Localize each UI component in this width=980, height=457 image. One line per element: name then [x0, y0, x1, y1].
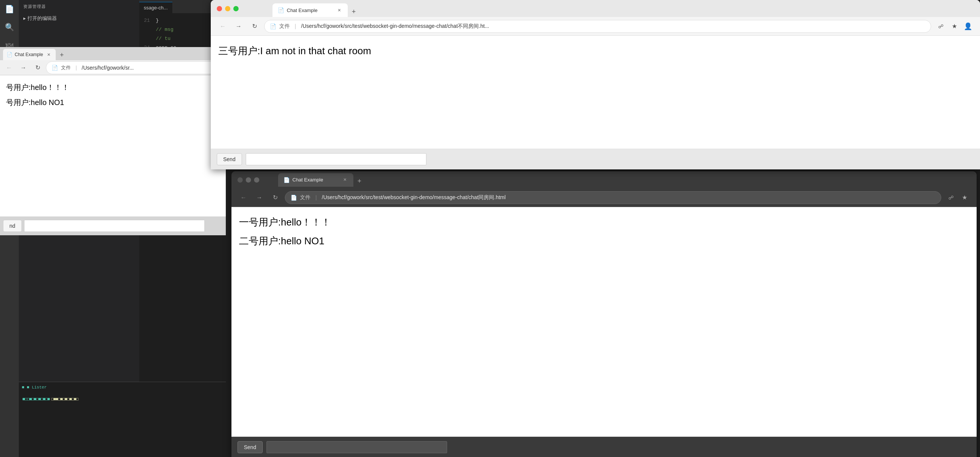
browser-left-nav: ← → ↻ 📄 文件 ｜ /Users/hcf/gowork/sr...	[0, 60, 226, 75]
profile-icon-top[interactable]: 👤	[962, 20, 974, 32]
browser-tab-top-active[interactable]: 📄 Chat Example ✕	[272, 3, 348, 17]
browser-left-tab-chat[interactable]: 📄 Chat Example ✕	[3, 49, 56, 60]
tab-favicon-bottom-icon: 📄	[283, 177, 290, 183]
line-number	[142, 35, 150, 43]
browser-left-back-btn[interactable]: ←	[3, 62, 15, 74]
browser-bottom-reload-btn[interactable]: ↻	[269, 192, 281, 204]
browser-bottom-tab-close[interactable]: ✕	[341, 177, 348, 183]
browser-bottom-url: /Users/hcf/gowork/src/test/websocket-gin…	[322, 194, 506, 201]
sidebar-files-icon[interactable]: 📄	[4, 4, 15, 14]
open-editors-label: ▸ 打开的编辑器	[23, 15, 57, 22]
sidebar-search-icon[interactable]: 🔍	[4, 22, 15, 32]
browser-top-forward-btn[interactable]: →	[232, 20, 245, 32]
browser-bottom-tabs-bar: 📄 Chat Example ✕ +	[263, 173, 970, 187]
browser-top-reload-btn[interactable]: ↻	[248, 20, 261, 32]
browser-top-back-btn[interactable]: ←	[217, 20, 229, 32]
browser-left-address-bar[interactable]: 📄 文件 ｜ /Users/hcf/gowork/sr...	[46, 61, 223, 74]
open-editors-item[interactable]: ▸ 打开的编辑器	[19, 13, 139, 24]
browser-nav-bar-top: ← → ↻ 📄 文件 ｜ /Users/hcf/gowork/src/test/…	[211, 17, 980, 36]
browser-top-url: /Users/hcf/gowork/src/test/websocket-gin…	[301, 23, 926, 30]
explorer-header: 资源管理器	[19, 0, 139, 13]
browser-top-address-bar[interactable]: 📄 文件 ｜ /Users/hcf/gowork/src/test/websoc…	[264, 20, 931, 33]
browser-bottom-forward-btn[interactable]: →	[253, 192, 265, 204]
browser-bottom-new-tab-btn[interactable]: +	[354, 176, 365, 187]
traffic-light-yellow[interactable]	[225, 6, 230, 11]
browser-top-tab-title: Chat Example	[287, 8, 332, 13]
browser-doc-icon: 📄	[7, 52, 13, 57]
separator: ｜	[74, 64, 79, 71]
browser-left-footer: nd	[0, 217, 226, 235]
terminal-content: ■ ■ Lister	[19, 382, 226, 393]
browser-window-top: 📄 Chat Example ✕ + ← → ↻ 📄 文件 ｜ /Users/h…	[211, 0, 980, 169]
editor-tab-label: ssage-ch...	[144, 5, 168, 11]
bookmark-icon-top[interactable]: ★	[948, 20, 961, 32]
browser-window-left: 📄 Chat Example ✕ + ← → ↻ 📄 文件 ｜ /Users/h…	[0, 47, 226, 235]
file-label: 文件	[61, 64, 71, 71]
file-icon-bottom: 📄	[291, 194, 297, 201]
terminal-pixel-art: ■□□■□■□■□■□■ □■■□■□■□■□■□	[22, 397, 211, 449]
browser-left-content: 号用户:hello！！！ 号用户:hello NO1	[0, 75, 226, 217]
traffic-light-yellow-bottom[interactable]	[246, 177, 251, 183]
browser-left-tab-close[interactable]: ✕	[45, 51, 52, 58]
browser-bottom-address-bar[interactable]: 📄 文件 ｜ /Users/hcf/gowork/src/test/websoc…	[285, 191, 941, 204]
browser-top-tab-close[interactable]: ✕	[336, 7, 342, 14]
browser-left-message-input[interactable]	[24, 220, 205, 232]
browser-bottom-message-1: 一号用户:hello！！！	[239, 215, 969, 230]
nav-actions-top: ☍ ★ 👤	[935, 20, 974, 32]
traffic-light-red[interactable]	[217, 6, 222, 11]
browser-left-reload-btn[interactable]: ↻	[32, 62, 44, 74]
browser-left-send-btn[interactable]: nd	[3, 220, 22, 232]
browser-top-send-btn[interactable]: Send	[217, 153, 242, 165]
browser-chrome-bottom: 📄 Chat Example ✕ + ← → ↻ 📄 文件 ｜ /Users/h…	[231, 171, 977, 207]
bookmark-icon-bottom[interactable]: ★	[959, 192, 970, 204]
browser-window-bottom: 📄 Chat Example ✕ + ← → ↻ 📄 文件 ｜ /Users/h…	[231, 171, 977, 457]
browser-left-tab-title: Chat Example	[15, 52, 43, 57]
traffic-lights-bottom	[237, 177, 259, 183]
browser-titlebar-top: 📄 Chat Example ✕ +	[211, 0, 980, 17]
translate-icon-top[interactable]: ☍	[935, 20, 947, 32]
browser-top-content: 三号用户:I am not in that chat room	[211, 36, 980, 149]
browser-bottom-tab-title: Chat Example	[293, 177, 338, 183]
line-code: // msg	[156, 26, 173, 33]
browser-nav-bar-bottom: ← → ↻ 📄 文件 ｜ /Users/hcf/gowork/src/test/…	[231, 188, 977, 207]
separator-top: ｜	[293, 23, 298, 30]
browser-bottom-content: 一号用户:hello！！！ 二号用户:hello NO1	[231, 207, 977, 437]
traffic-light-green-bottom[interactable]	[254, 177, 259, 183]
browser-left-message-1: 号用户:hello！！！	[6, 81, 220, 93]
browser-left-tabs: 📄 Chat Example ✕ +	[0, 47, 226, 60]
nav-actions-bottom: ☍ ★	[945, 192, 970, 204]
translate-icon-bottom[interactable]: ☍	[945, 192, 957, 204]
separator-bottom: ｜	[313, 194, 319, 201]
browser-bottom-back-btn[interactable]: ←	[237, 192, 250, 204]
browser-bottom-message-2: 二号用户:hello NO1	[239, 233, 969, 249]
browser-bottom-tab-active[interactable]: 📄 Chat Example ✕	[278, 173, 353, 187]
browser-titlebar-bottom: 📄 Chat Example ✕ +	[231, 171, 977, 188]
traffic-light-red-bottom[interactable]	[237, 177, 243, 183]
browser-top-new-tab-btn[interactable]: +	[348, 6, 359, 17]
vscode-terminal: ■ ■ Lister ■□□■□■□■□■□■ □■■□■□■□■□■□	[19, 382, 226, 457]
browser-bottom-send-btn[interactable]: Send	[237, 441, 262, 453]
terminal-line-1: ■ ■ Lister	[22, 385, 223, 390]
file-label-bottom: 文件	[300, 194, 310, 201]
line-number	[142, 26, 150, 33]
browser-top-footer: Send	[211, 149, 980, 169]
browser-left-url: /Users/hcf/gowork/sr...	[82, 65, 217, 71]
browser-left-message-2: 号用户:hello NO1	[6, 96, 220, 108]
tab-favicon-icon: 📄	[278, 7, 284, 13]
line-number: 21	[142, 17, 150, 24]
browser-top-message-input[interactable]	[246, 153, 426, 165]
file-icon-top: 📄	[270, 23, 276, 29]
line-code: // tu	[156, 35, 170, 43]
file-icon: 📄	[52, 65, 58, 71]
browser-left-new-tab-btn[interactable]: +	[56, 50, 67, 60]
line-code: }	[156, 17, 159, 24]
traffic-light-green[interactable]	[233, 6, 239, 11]
browser-top-message-1: 三号用户:I am not in that chat room	[218, 43, 972, 59]
browser-chrome-top: 📄 Chat Example ✕ + ← → ↻ 📄 文件 ｜ /Users/h…	[211, 0, 980, 36]
browser-bottom-message-input[interactable]	[266, 441, 447, 453]
traffic-lights-top	[217, 6, 239, 11]
editor-tab[interactable]: ssage-ch...	[139, 2, 172, 13]
file-label-top: 文件	[279, 23, 290, 30]
browser-bottom-footer: Send	[231, 437, 977, 457]
browser-left-forward-btn[interactable]: →	[18, 62, 29, 74]
